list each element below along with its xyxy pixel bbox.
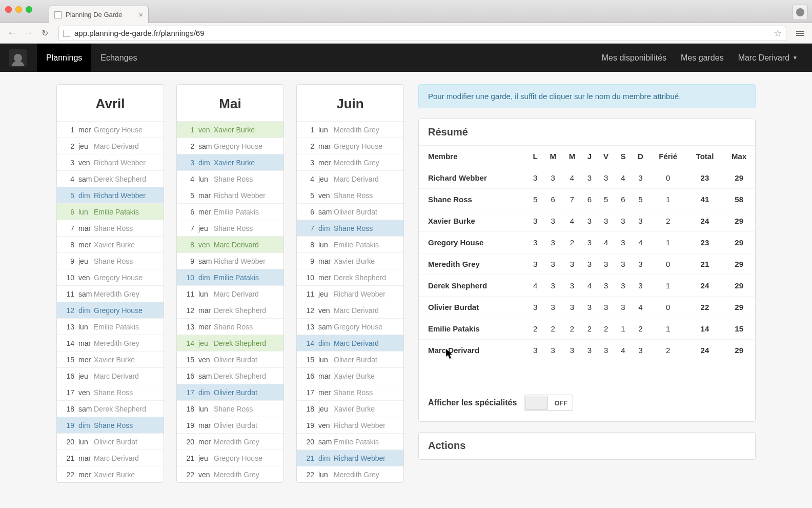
planning-day-row[interactable]: 18lunShane Ross <box>177 400 283 417</box>
planning-day-row[interactable]: 3merMeredith Grey <box>297 154 403 170</box>
window-maximize-button[interactable] <box>26 6 32 13</box>
planning-day-row[interactable]: 1venXavier Burke <box>177 121 283 138</box>
specialties-toggle[interactable]: OFF <box>524 395 573 411</box>
day-member-name[interactable]: Marc Derivard <box>94 142 158 150</box>
planning-day-row[interactable]: 2marGregory House <box>297 138 403 154</box>
day-member-name[interactable]: Olivier Burdat <box>334 208 398 216</box>
day-member-name[interactable]: Emilie Patakis <box>334 241 398 249</box>
day-member-name[interactable]: Richard Webber <box>214 191 278 200</box>
planning-day-row[interactable]: 2jeuMarc Derivard <box>57 138 164 154</box>
day-member-name[interactable]: Xavier Burke <box>94 356 158 364</box>
planning-day-row[interactable]: 9jeuShane Ross <box>57 252 164 269</box>
day-member-name[interactable]: Meredith Grey <box>214 438 278 446</box>
planning-day-row[interactable]: 15lunOlivier Burdat <box>297 351 403 367</box>
planning-day-row[interactable]: 12dimGregory House <box>57 302 164 318</box>
planning-day-row[interactable]: 9samRichard Webber <box>177 252 283 269</box>
planning-day-row[interactable]: 16marXavier Burke <box>297 367 403 384</box>
planning-day-row[interactable]: 7jeuShane Ross <box>177 220 283 236</box>
planning-day-row[interactable]: 10merDerek Shepherd <box>297 269 403 285</box>
day-member-name[interactable]: Xavier Burke <box>94 241 158 249</box>
planning-day-row[interactable]: 6samOlivier Burdat <box>297 203 403 220</box>
planning-day-row[interactable]: 1merGregory House <box>57 121 164 138</box>
day-member-name[interactable]: Marc Derivard <box>214 241 278 249</box>
planning-day-row[interactable]: 16samDerek Shepherd <box>177 367 283 384</box>
planning-day-row[interactable]: 11lunMarc Derivard <box>177 285 283 302</box>
planning-day-row[interactable]: 6lunEmilie Patakis <box>57 203 164 220</box>
planning-day-row[interactable]: 19venRichard Webber <box>297 417 403 433</box>
day-member-name[interactable]: Shane Ross <box>214 224 278 232</box>
planning-day-row[interactable]: 13lunEmilie Patakis <box>57 318 164 335</box>
day-member-name[interactable]: Shane Ross <box>334 191 398 200</box>
planning-day-row[interactable]: 3dimXavier Burke <box>177 154 283 170</box>
day-member-name[interactable]: Xavier Burke <box>94 471 158 479</box>
planning-day-row[interactable]: 12venMarc Derivard <box>297 302 403 318</box>
browser-tab[interactable]: Planning De Garde × <box>49 6 149 23</box>
planning-day-row[interactable]: 21marMarc Derivard <box>57 450 164 466</box>
user-menu[interactable]: Marc Derivard ▼ <box>738 53 798 63</box>
day-member-name[interactable]: Shane Ross <box>214 175 278 183</box>
forward-button[interactable]: → <box>22 27 35 40</box>
day-member-name[interactable]: Shane Ross <box>334 388 398 397</box>
day-member-name[interactable]: Shane Ross <box>94 257 158 265</box>
planning-day-row[interactable]: 22venMeredith Grey <box>177 466 283 482</box>
day-member-name[interactable]: Derek Shepherd <box>214 339 278 347</box>
day-member-name[interactable]: Gregory House <box>334 323 398 331</box>
planning-day-row[interactable]: 17merShane Ross <box>297 384 403 400</box>
day-member-name[interactable]: Derek Shepherd <box>214 372 278 380</box>
nav-item-echanges[interactable]: Echanges <box>91 44 146 72</box>
planning-day-row[interactable]: 17dimOlivier Burdat <box>177 384 283 400</box>
day-member-name[interactable]: Xavier Burke <box>334 372 398 380</box>
day-member-name[interactable]: Gregory House <box>94 306 158 315</box>
planning-day-row[interactable]: 22merXavier Burke <box>57 466 164 482</box>
planning-day-row[interactable]: 15venOlivier Burdat <box>177 351 283 367</box>
day-member-name[interactable]: Derek Shepherd <box>334 273 398 282</box>
day-member-name[interactable]: Olivier Burdat <box>214 388 278 397</box>
browser-profile-button[interactable] <box>793 5 808 20</box>
planning-day-row[interactable]: 20samEmilie Patakis <box>297 433 403 450</box>
day-member-name[interactable]: Richard Webber <box>214 257 278 265</box>
day-member-name[interactable]: Marc Derivard <box>334 339 398 347</box>
day-member-name[interactable]: Meredith Grey <box>334 159 398 167</box>
planning-day-row[interactable]: 13merShane Ross <box>177 318 283 335</box>
planning-day-row[interactable]: 11jeuRichard Webber <box>297 285 403 302</box>
planning-day-row[interactable]: 16jeuMarc Derivard <box>57 367 164 384</box>
planning-day-row[interactable]: 17venShane Ross <box>57 384 164 400</box>
day-member-name[interactable]: Olivier Burdat <box>214 421 278 429</box>
reload-button[interactable]: ↻ <box>38 27 51 40</box>
nav-item-plannings[interactable]: Plannings <box>37 44 91 72</box>
planning-day-row[interactable]: 22lunMeredith Grey <box>297 466 403 482</box>
day-member-name[interactable]: Gregory House <box>214 142 278 150</box>
planning-day-row[interactable]: 7marShane Ross <box>57 220 164 236</box>
day-member-name[interactable]: Emilie Patakis <box>214 273 278 282</box>
day-member-name[interactable]: Shane Ross <box>214 323 278 331</box>
day-member-name[interactable]: Marc Derivard <box>214 290 278 298</box>
day-member-name[interactable]: Xavier Burke <box>214 126 278 134</box>
address-bar[interactable]: app.planning-de-garde.fr/plannings/69 ☆ <box>58 26 786 41</box>
tab-close-icon[interactable]: × <box>138 10 143 19</box>
day-member-name[interactable]: Emilie Patakis <box>94 323 158 331</box>
day-member-name[interactable]: Xavier Burke <box>214 159 278 167</box>
planning-day-row[interactable]: 21dimRichard Webber <box>297 450 403 466</box>
planning-day-row[interactable]: 20merMeredith Grey <box>177 433 283 450</box>
planning-day-row[interactable]: 10dimEmilie Patakis <box>177 269 283 285</box>
day-member-name[interactable]: Derek Shepherd <box>94 175 158 183</box>
planning-day-row[interactable]: 14marMeredith Grey <box>57 335 164 351</box>
planning-day-row[interactable]: 12marDerek Shepherd <box>177 302 283 318</box>
day-member-name[interactable]: Gregory House <box>94 273 158 282</box>
planning-day-row[interactable]: 4samDerek Shepherd <box>57 170 164 187</box>
planning-day-row[interactable]: 6merEmilie Patakis <box>177 203 283 220</box>
day-member-name[interactable]: Gregory House <box>214 454 278 462</box>
day-member-name[interactable]: Olivier Burdat <box>334 356 398 364</box>
day-member-name[interactable]: Richard Webber <box>334 421 398 429</box>
day-member-name[interactable]: Emilie Patakis <box>214 208 278 216</box>
back-button[interactable]: ← <box>5 27 18 40</box>
nav-item-mes-disponibilités[interactable]: Mes disponibilités <box>602 53 666 63</box>
planning-day-row[interactable]: 14dimMarc Derivard <box>297 335 403 351</box>
day-member-name[interactable]: Olivier Burdat <box>214 356 278 364</box>
nav-item-mes-gardes[interactable]: Mes gardes <box>681 53 724 63</box>
day-member-name[interactable]: Derek Shepherd <box>94 405 158 413</box>
day-member-name[interactable]: Marc Derivard <box>94 372 158 380</box>
planning-day-row[interactable]: 8lunEmilie Patakis <box>297 236 403 252</box>
planning-day-row[interactable]: 8venMarc Derivard <box>177 236 283 252</box>
day-member-name[interactable]: Shane Ross <box>94 388 158 397</box>
